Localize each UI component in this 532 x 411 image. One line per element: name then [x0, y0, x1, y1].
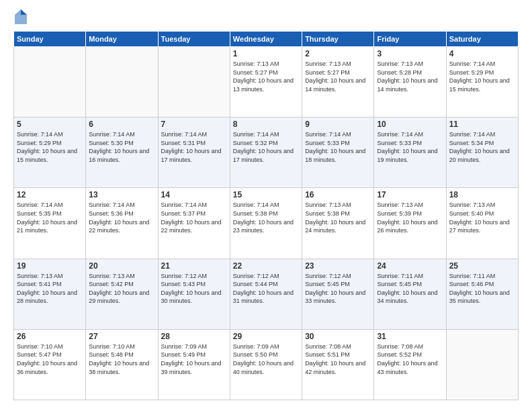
day-number: 10 — [377, 120, 443, 129]
day-number: 24 — [377, 261, 443, 271]
calendar-cell: 20Sunrise: 7:13 AM Sunset: 5:42 PM Dayli… — [86, 259, 158, 329]
day-number: 27 — [89, 332, 154, 341]
day-number: 18 — [449, 190, 515, 199]
day-info: Sunrise: 7:14 AM Sunset: 5:32 PM Dayligh… — [233, 130, 299, 164]
day-info: Sunrise: 7:14 AM Sunset: 5:29 PM Dayligh… — [449, 60, 515, 93]
day-info: Sunrise: 7:14 AM Sunset: 5:33 PM Dayligh… — [377, 130, 443, 164]
week-row-1: 1Sunrise: 7:13 AM Sunset: 5:27 PM Daylig… — [14, 47, 519, 118]
day-number: 31 — [377, 332, 443, 341]
day-number: 14 — [161, 190, 227, 199]
day-info: Sunrise: 7:12 AM Sunset: 5:45 PM Dayligh… — [305, 272, 371, 306]
day-number: 19 — [17, 261, 83, 271]
day-number: 25 — [449, 261, 515, 271]
day-number: 8 — [233, 120, 299, 129]
day-number: 1 — [233, 49, 299, 58]
weekday-header-row: SundayMondayTuesdayWednesdayThursdayFrid… — [14, 32, 519, 47]
logo — [13, 11, 27, 24]
weekday-header-friday: Friday — [374, 32, 446, 47]
day-number: 2 — [305, 49, 371, 58]
day-info: Sunrise: 7:14 AM Sunset: 5:36 PM Dayligh… — [89, 201, 154, 234]
calendar-cell: 31Sunrise: 7:08 AM Sunset: 5:52 PM Dayli… — [374, 329, 446, 400]
day-info: Sunrise: 7:09 AM Sunset: 5:49 PM Dayligh… — [161, 342, 227, 376]
week-row-4: 19Sunrise: 7:13 AM Sunset: 5:41 PM Dayli… — [14, 259, 519, 329]
calendar-cell: 9Sunrise: 7:14 AM Sunset: 5:33 PM Daylig… — [302, 118, 374, 188]
calendar-cell: 22Sunrise: 7:12 AM Sunset: 5:44 PM Dayli… — [230, 259, 302, 329]
day-number: 12 — [17, 190, 83, 199]
calendar-cell: 10Sunrise: 7:14 AM Sunset: 5:33 PM Dayli… — [374, 118, 446, 188]
day-number: 26 — [17, 332, 83, 341]
day-number: 9 — [305, 120, 371, 129]
page: SundayMondayTuesdayWednesdayThursdayFrid… — [0, 0, 532, 411]
day-number: 23 — [305, 261, 371, 271]
calendar-cell: 16Sunrise: 7:13 AM Sunset: 5:38 PM Dayli… — [302, 188, 374, 259]
day-info: Sunrise: 7:13 AM Sunset: 5:42 PM Dayligh… — [89, 272, 154, 306]
calendar-cell: 7Sunrise: 7:14 AM Sunset: 5:31 PM Daylig… — [158, 118, 230, 188]
calendar-cell: 28Sunrise: 7:09 AM Sunset: 5:49 PM Dayli… — [158, 329, 230, 400]
day-info: Sunrise: 7:13 AM Sunset: 5:27 PM Dayligh… — [305, 60, 371, 93]
day-number: 11 — [449, 120, 515, 129]
day-info: Sunrise: 7:14 AM Sunset: 5:34 PM Dayligh… — [449, 130, 515, 164]
day-info: Sunrise: 7:14 AM Sunset: 5:29 PM Dayligh… — [17, 130, 83, 164]
day-info: Sunrise: 7:11 AM Sunset: 5:46 PM Dayligh… — [449, 272, 515, 306]
day-info: Sunrise: 7:13 AM Sunset: 5:40 PM Dayligh… — [449, 201, 515, 234]
weekday-header-thursday: Thursday — [302, 32, 374, 47]
day-info: Sunrise: 7:13 AM Sunset: 5:39 PM Dayligh… — [377, 201, 443, 234]
day-number: 15 — [233, 190, 299, 199]
day-info: Sunrise: 7:13 AM Sunset: 5:28 PM Dayligh… — [377, 60, 443, 93]
calendar-cell — [14, 47, 86, 118]
calendar-cell: 25Sunrise: 7:11 AM Sunset: 5:46 PM Dayli… — [446, 259, 518, 329]
day-info: Sunrise: 7:14 AM Sunset: 5:37 PM Dayligh… — [161, 201, 227, 234]
header — [13, 11, 519, 24]
day-number: 30 — [305, 332, 371, 341]
calendar-cell: 21Sunrise: 7:12 AM Sunset: 5:43 PM Dayli… — [158, 259, 230, 329]
calendar-cell: 26Sunrise: 7:10 AM Sunset: 5:47 PM Dayli… — [14, 329, 86, 400]
day-number: 6 — [89, 120, 154, 129]
day-number: 5 — [17, 120, 83, 129]
week-row-5: 26Sunrise: 7:10 AM Sunset: 5:47 PM Dayli… — [14, 329, 519, 400]
calendar-cell: 6Sunrise: 7:14 AM Sunset: 5:30 PM Daylig… — [86, 118, 158, 188]
day-info: Sunrise: 7:14 AM Sunset: 5:33 PM Dayligh… — [305, 130, 371, 164]
calendar-cell: 19Sunrise: 7:13 AM Sunset: 5:41 PM Dayli… — [14, 259, 86, 329]
day-number: 22 — [233, 261, 299, 271]
calendar-cell: 17Sunrise: 7:13 AM Sunset: 5:39 PM Dayli… — [374, 188, 446, 259]
weekday-header-monday: Monday — [86, 32, 158, 47]
calendar-cell: 27Sunrise: 7:10 AM Sunset: 5:48 PM Dayli… — [86, 329, 158, 400]
day-number: 28 — [161, 332, 227, 341]
calendar-cell: 8Sunrise: 7:14 AM Sunset: 5:32 PM Daylig… — [230, 118, 302, 188]
day-info: Sunrise: 7:08 AM Sunset: 5:52 PM Dayligh… — [377, 342, 443, 376]
calendar-cell: 23Sunrise: 7:12 AM Sunset: 5:45 PM Dayli… — [302, 259, 374, 329]
day-info: Sunrise: 7:13 AM Sunset: 5:38 PM Dayligh… — [305, 201, 371, 234]
day-info: Sunrise: 7:14 AM Sunset: 5:38 PM Dayligh… — [233, 201, 299, 234]
weekday-header-tuesday: Tuesday — [158, 32, 230, 47]
week-row-2: 5Sunrise: 7:14 AM Sunset: 5:29 PM Daylig… — [14, 118, 519, 188]
logo-icon — [15, 9, 27, 24]
day-info: Sunrise: 7:12 AM Sunset: 5:43 PM Dayligh… — [161, 272, 227, 306]
calendar-cell: 30Sunrise: 7:08 AM Sunset: 5:51 PM Dayli… — [302, 329, 374, 400]
day-info: Sunrise: 7:10 AM Sunset: 5:47 PM Dayligh… — [17, 342, 83, 376]
calendar-cell: 15Sunrise: 7:14 AM Sunset: 5:38 PM Dayli… — [230, 188, 302, 259]
calendar: SundayMondayTuesdayWednesdayThursdayFrid… — [13, 31, 519, 400]
calendar-cell: 2Sunrise: 7:13 AM Sunset: 5:27 PM Daylig… — [302, 47, 374, 118]
weekday-header-sunday: Sunday — [14, 32, 86, 47]
weekday-header-wednesday: Wednesday — [230, 32, 302, 47]
day-number: 4 — [449, 49, 515, 58]
calendar-cell: 18Sunrise: 7:13 AM Sunset: 5:40 PM Dayli… — [446, 188, 518, 259]
day-number: 13 — [89, 190, 154, 199]
day-info: Sunrise: 7:10 AM Sunset: 5:48 PM Dayligh… — [89, 342, 154, 376]
calendar-cell: 5Sunrise: 7:14 AM Sunset: 5:29 PM Daylig… — [14, 118, 86, 188]
day-info: Sunrise: 7:13 AM Sunset: 5:41 PM Dayligh… — [17, 272, 83, 306]
day-info: Sunrise: 7:09 AM Sunset: 5:50 PM Dayligh… — [233, 342, 299, 376]
calendar-cell — [446, 329, 518, 400]
day-info: Sunrise: 7:12 AM Sunset: 5:44 PM Dayligh… — [233, 272, 299, 306]
day-number: 21 — [161, 261, 227, 271]
day-number: 17 — [377, 190, 443, 199]
calendar-cell: 29Sunrise: 7:09 AM Sunset: 5:50 PM Dayli… — [230, 329, 302, 400]
day-info: Sunrise: 7:14 AM Sunset: 5:35 PM Dayligh… — [17, 201, 83, 234]
day-number: 20 — [89, 261, 154, 271]
day-info: Sunrise: 7:14 AM Sunset: 5:30 PM Dayligh… — [89, 130, 154, 164]
calendar-cell: 13Sunrise: 7:14 AM Sunset: 5:36 PM Dayli… — [86, 188, 158, 259]
day-number: 16 — [305, 190, 371, 199]
day-info: Sunrise: 7:13 AM Sunset: 5:27 PM Dayligh… — [233, 60, 299, 93]
logo-text — [13, 11, 27, 24]
day-number: 7 — [161, 120, 227, 129]
